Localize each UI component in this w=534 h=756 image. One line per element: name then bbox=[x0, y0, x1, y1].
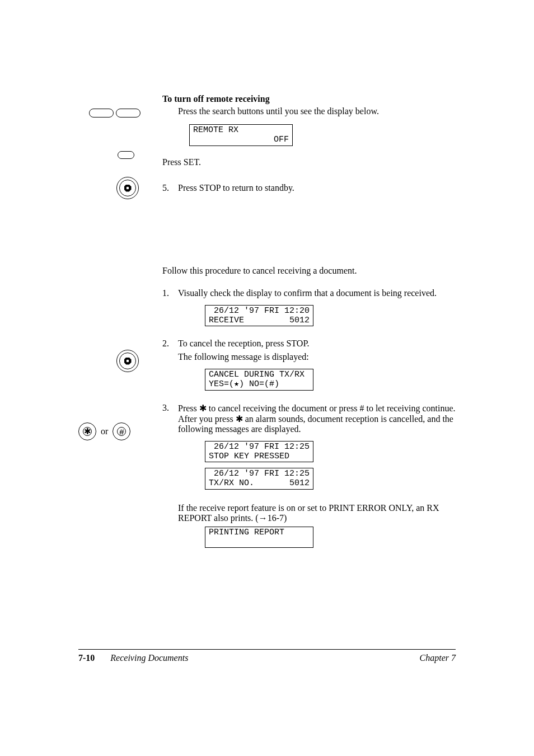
page-footer: 7-10 Receiving Documents Chapter 7 bbox=[78, 649, 456, 663]
lcd-line: STOP KEY PRESSED bbox=[209, 452, 310, 461]
step-text: Press STOP to return to standby. bbox=[178, 183, 456, 193]
lcd-line: 26/12 '97 FRI 12:25 bbox=[209, 469, 310, 478]
step-subtext: The following message is displayed: bbox=[178, 352, 456, 362]
lcd-line: CANCEL DURING TX/RX bbox=[209, 370, 310, 379]
step-number: 3. bbox=[162, 403, 178, 434]
step-number: 5. bbox=[162, 183, 178, 193]
star-key-icon: ✱ bbox=[78, 422, 96, 440]
lcd-line: PRINTING REPORT bbox=[209, 528, 310, 537]
lcd-line: OFF bbox=[193, 135, 289, 144]
step-text: To cancel the reception, press STOP. bbox=[178, 339, 456, 349]
lcd-line: 26/12 '97 FRI 12:25 bbox=[209, 442, 310, 452]
lcd-txrx-no: 26/12 '97 FRI 12:25 TX/RX NO. 5012 bbox=[205, 468, 313, 490]
rx-report-note: If the receive report feature is on or s… bbox=[178, 503, 456, 523]
footer-title: Receiving Documents bbox=[110, 653, 188, 663]
subheading-turn-off-remote: To turn off remote receiving bbox=[162, 94, 456, 104]
lcd-receive: 26/12 '97 FRI 12:20 RECEIVE 5012 bbox=[205, 305, 313, 327]
instr-press-search: Press the search buttons until you see t… bbox=[178, 106, 456, 116]
or-text: or bbox=[101, 426, 108, 436]
step-text: Visually check the display to confirm th… bbox=[178, 288, 456, 298]
instr-press-set: Press SET. bbox=[162, 157, 456, 167]
cancel-intro: Follow this procedure to cancel receivin… bbox=[162, 266, 456, 276]
hash-key-icon: # bbox=[113, 422, 130, 440]
step-number: 2. bbox=[162, 339, 178, 362]
stop-button-icon bbox=[78, 350, 151, 372]
lcd-printing-report: PRINTING REPORT bbox=[205, 527, 313, 548]
lcd-line: YES=(★) NO=(#) bbox=[209, 379, 310, 389]
stop-button-icon bbox=[78, 177, 151, 199]
lcd-stop-pressed: 26/12 '97 FRI 12:25 STOP KEY PRESSED bbox=[205, 441, 313, 463]
set-button-icon bbox=[78, 151, 151, 161]
step-text: Press ✱ to cancel receiving the document… bbox=[178, 403, 456, 434]
search-buttons-icon bbox=[78, 109, 151, 120]
footer-chapter: Chapter 7 bbox=[420, 653, 456, 663]
lcd-line: 26/12 '97 FRI 12:20 bbox=[209, 306, 310, 316]
lcd-line: RECEIVE 5012 bbox=[209, 316, 310, 325]
lcd-line: REMOTE RX bbox=[193, 125, 289, 135]
step-number: 1. bbox=[162, 288, 178, 298]
lcd-remote-rx: REMOTE RX OFF bbox=[189, 124, 293, 146]
star-or-hash-icons: ✱ or # bbox=[78, 422, 151, 440]
page-number: 7-10 bbox=[78, 653, 95, 663]
lcd-line bbox=[209, 537, 310, 547]
lcd-line: TX/RX NO. 5012 bbox=[209, 478, 310, 488]
lcd-cancel-prompt: CANCEL DURING TX/RX YES=(★) NO=(#) bbox=[205, 369, 313, 391]
